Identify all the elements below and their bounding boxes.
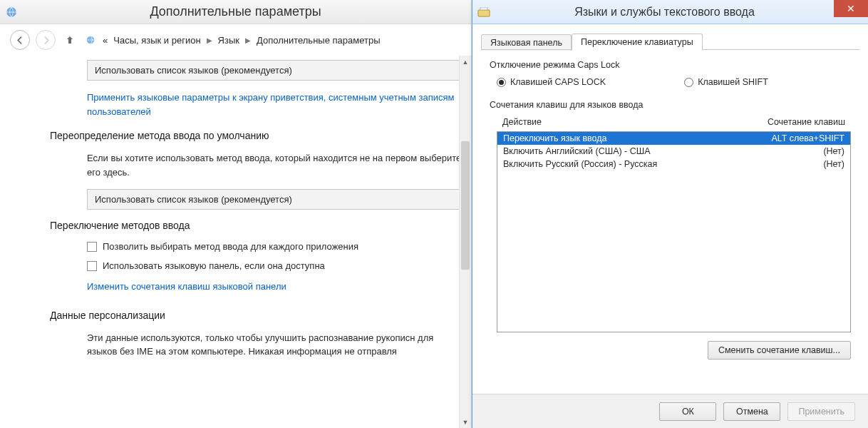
radio-shift-label: Клавишей SHIFT	[698, 77, 768, 87]
chevron-right-icon: ▶	[207, 36, 212, 44]
col-action-label: Действие	[502, 117, 542, 127]
change-hotkey-button[interactable]: Сменить сочетание клавиш...	[708, 341, 851, 360]
hotkeys-header-row: Действие Сочетание клавиш	[497, 117, 851, 131]
close-icon: ✕	[847, 3, 855, 14]
tab-keyboard-switch-label: Переключение клавиатуры	[581, 37, 693, 47]
control-panel-window: Дополнительные параметры « Часы, язык и …	[0, 0, 472, 428]
radio-icon[interactable]	[684, 78, 693, 87]
close-button[interactable]: ✕	[834, 0, 868, 17]
tab-language-bar[interactable]: Языковая панель	[481, 34, 572, 51]
override-input-text: Если вы хотите использовать метод ввода,…	[87, 151, 464, 179]
display-language-dropdown[interactable]: Использовать список языков (рекомендуетс…	[87, 60, 464, 81]
list-item-action: Переключить язык ввода	[503, 133, 607, 143]
apply-to-welcome-link[interactable]: Применить языковые параметры к экрану пр…	[87, 91, 464, 118]
personalization-text: Эти данные используются, только чтобы ул…	[87, 331, 464, 359]
per-app-checkbox-label: Позволить выбирать метод ввода для каждо…	[103, 241, 358, 252]
list-item-combo: (Нет)	[823, 159, 844, 169]
list-item-action: Включить Русский (Россия) - Русская	[503, 159, 657, 169]
world-clock-icon	[4, 5, 19, 19]
text-services-dialog: Языки и службы текстового ввода ✕ Языков…	[472, 0, 868, 428]
breadcrumb-back-chevrons[interactable]: «	[103, 35, 108, 46]
list-item[interactable]: Включить Английский (США) - США (Нет)	[497, 145, 850, 158]
controlpanel-title: Дополнительные параметры	[24, 4, 467, 19]
scroll-up-button[interactable]: ▲	[460, 56, 471, 68]
override-input-heading: Переопределение метода ввода по умолчани…	[50, 130, 464, 141]
svg-rect-3	[480, 7, 487, 10]
tab-language-bar-label: Языковая панель	[490, 38, 562, 48]
breadcrumb-item-clocks[interactable]: Часы, язык и регион	[113, 35, 200, 46]
hotkeys-listbox[interactable]: Переключить язык ввода ALT слева+SHIFT В…	[497, 131, 851, 332]
hotkeys-listbox-wrap: Действие Сочетание клавиш Переключить яз…	[497, 117, 851, 360]
nav-up-button[interactable]	[61, 31, 78, 49]
radio-shift[interactable]: Клавишей SHIFT	[684, 77, 768, 87]
tab-keyboard-switch[interactable]: Переключение клавиатуры	[572, 34, 703, 51]
capslock-group-label: Отключение режима Caps Lock	[490, 60, 851, 70]
scroll-down-button[interactable]: ▼	[460, 416, 471, 428]
keyboard-icon	[477, 5, 491, 19]
nav-forward-button[interactable]	[36, 30, 56, 50]
breadcrumb-item-language[interactable]: Язык	[218, 35, 239, 46]
checkbox-icon[interactable]	[87, 261, 97, 271]
scroll-thumb[interactable]	[461, 141, 470, 270]
dialog-body: Отключение режима Caps Lock Клавишей CAP…	[472, 50, 868, 370]
display-language-value: Использовать список языков (рекомендуетс…	[95, 65, 292, 76]
change-hotkey-button-label: Сменить сочетание клавиш...	[718, 345, 840, 355]
change-hotkeys-link[interactable]: Изменить сочетания клавиш языковой панел…	[87, 280, 464, 294]
dialog-titlebar: Языки и службы текстового ввода ✕	[472, 0, 868, 24]
change-hotkey-row: Сменить сочетание клавиш...	[504, 341, 851, 360]
cancel-button-label: Отмена	[736, 407, 768, 417]
checkbox-icon[interactable]	[87, 242, 97, 252]
list-item-combo: ALT слева+SHIFT	[771, 133, 844, 143]
ok-button[interactable]: ОК	[659, 402, 716, 421]
radio-caps-lock-label: Клавишей CAPS LOCK	[510, 77, 606, 87]
dialog-title: Языки и службы текстового ввода	[497, 6, 868, 19]
cancel-button[interactable]: Отмена	[723, 402, 780, 421]
default-input-method-value: Использовать список языков (рекомендуетс…	[95, 194, 292, 205]
vertical-scrollbar[interactable]: ▲ ▼	[459, 56, 471, 428]
use-lang-bar-checkbox-row[interactable]: Использовать языковую панель, если она д…	[87, 260, 464, 271]
list-item-combo: (Нет)	[823, 146, 844, 156]
breadcrumb[interactable]: « Часы, язык и регион ▶ Язык ▶ Дополните…	[84, 34, 461, 46]
radio-icon[interactable]	[497, 78, 506, 87]
col-combo-label: Сочетание клавиш	[768, 117, 845, 127]
controlpanel-titlebar: Дополнительные параметры	[0, 0, 471, 24]
breadcrumb-region-icon	[84, 34, 97, 46]
nav-back-button[interactable]	[10, 30, 30, 50]
controlpanel-body: Использовать список языков (рекомендуетс…	[0, 56, 471, 428]
ok-button-label: ОК	[682, 407, 694, 417]
list-item-action: Включить Английский (США) - США	[503, 146, 651, 156]
nav-bar: « Часы, язык и регион ▶ Язык ▶ Дополните…	[0, 24, 471, 56]
apply-button: Применить	[787, 402, 855, 421]
list-item[interactable]: Переключить язык ввода ALT слева+SHIFT	[497, 132, 850, 145]
capslock-radio-group: Клавишей CAPS LOCK Клавишей SHIFT	[497, 77, 851, 87]
default-input-method-dropdown[interactable]: Использовать список языков (рекомендуетс…	[87, 189, 464, 210]
radio-caps-lock[interactable]: Клавишей CAPS LOCK	[497, 77, 606, 87]
dialog-footer: ОК Отмена Применить	[472, 394, 868, 428]
per-app-checkbox-row[interactable]: Позволить выбирать метод ввода для каждо…	[87, 241, 464, 252]
personalization-heading: Данные персонализации	[50, 310, 464, 321]
hotkeys-group-label: Сочетания клавиш для языков ввода	[490, 100, 851, 110]
tab-strip: Языковая панель Переключение клавиатуры	[472, 24, 868, 50]
breadcrumb-item-advanced[interactable]: Дополнительные параметры	[257, 35, 381, 46]
chevron-right-icon: ▶	[245, 36, 251, 44]
switching-input-heading: Переключение методов ввода	[50, 220, 464, 231]
svg-rect-2	[478, 10, 490, 16]
list-item[interactable]: Включить Русский (Россия) - Русская (Нет…	[497, 158, 850, 170]
use-lang-bar-checkbox-label: Использовать языковую панель, если она д…	[103, 260, 325, 271]
apply-button-label: Применить	[798, 407, 844, 417]
